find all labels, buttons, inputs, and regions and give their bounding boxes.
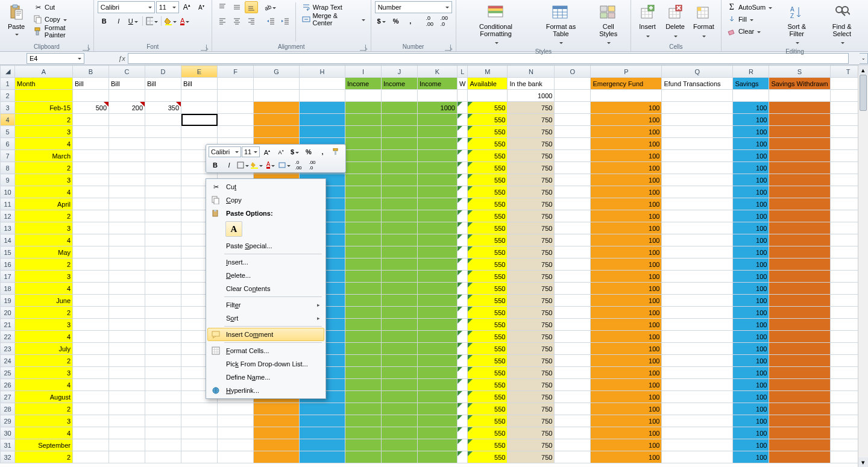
row-header-30[interactable]: 30 bbox=[1, 427, 15, 439]
cell-C13[interactable] bbox=[109, 222, 145, 234]
cell-J19[interactable] bbox=[382, 295, 418, 307]
cell-B3[interactable]: 500 bbox=[73, 102, 109, 114]
cell-A24[interactable]: 2 bbox=[15, 355, 73, 367]
cell-L23[interactable] bbox=[458, 343, 468, 355]
cell-J31[interactable] bbox=[382, 439, 418, 451]
cell-H28[interactable] bbox=[300, 403, 345, 415]
cell-B24[interactable] bbox=[73, 355, 109, 367]
cell-Q1[interactable]: Efund Transactions bbox=[662, 78, 733, 90]
cell-P4[interactable]: 100 bbox=[591, 114, 662, 126]
cell-M14[interactable]: 550 bbox=[468, 234, 508, 246]
cell-B30[interactable] bbox=[73, 427, 109, 439]
cell-O28[interactable] bbox=[555, 403, 591, 415]
cell-F4[interactable] bbox=[218, 114, 254, 126]
cell-L31[interactable] bbox=[458, 439, 468, 451]
cell-F31[interactable] bbox=[218, 439, 254, 451]
cell-M11[interactable]: 550 bbox=[468, 198, 508, 210]
cell-K2[interactable] bbox=[418, 90, 458, 102]
mini-border[interactable] bbox=[236, 159, 250, 171]
cell-O7[interactable] bbox=[555, 150, 591, 162]
cell-O15[interactable] bbox=[555, 246, 591, 259]
cell-S25[interactable] bbox=[769, 367, 830, 379]
ctx-define-name[interactable]: Define Name... bbox=[207, 371, 324, 384]
cell-K3[interactable]: 1000 bbox=[418, 102, 458, 114]
cell-L26[interactable] bbox=[458, 379, 468, 391]
row-header-28[interactable]: 28 bbox=[1, 403, 15, 415]
mini-bold[interactable]: B bbox=[209, 159, 222, 171]
cell-I22[interactable] bbox=[345, 331, 382, 343]
cell-Q27[interactable] bbox=[662, 391, 733, 403]
cell-L28[interactable] bbox=[458, 403, 468, 415]
vertical-scrollbar[interactable]: ▴ ▾ bbox=[858, 65, 868, 467]
col-header-I[interactable]: I bbox=[345, 66, 382, 78]
cell-I11[interactable] bbox=[345, 198, 382, 210]
cell-L17[interactable] bbox=[458, 271, 468, 283]
col-header-R[interactable]: R bbox=[733, 66, 769, 78]
cell-M27[interactable]: 550 bbox=[468, 391, 508, 403]
cell-Q24[interactable] bbox=[662, 355, 733, 367]
cell-J25[interactable] bbox=[382, 367, 418, 379]
mini-fill-color[interactable] bbox=[250, 159, 263, 171]
cell-J13[interactable] bbox=[382, 222, 418, 234]
decrease-decimal-button[interactable]: .00.0 bbox=[438, 15, 451, 27]
col-header-A[interactable]: A bbox=[15, 66, 73, 78]
cell-M1[interactable]: Available bbox=[468, 78, 508, 90]
cell-M24[interactable]: 550 bbox=[468, 355, 508, 367]
cell-P10[interactable]: 100 bbox=[591, 186, 662, 198]
cell-L16[interactable] bbox=[458, 259, 468, 271]
row-header-23[interactable]: 23 bbox=[1, 343, 15, 355]
cell-S16[interactable] bbox=[769, 259, 830, 271]
cell-S18[interactable] bbox=[769, 283, 830, 295]
cell-F28[interactable] bbox=[218, 403, 254, 415]
cell-J22[interactable] bbox=[382, 331, 418, 343]
cell-I2[interactable] bbox=[345, 90, 382, 102]
cell-M25[interactable]: 550 bbox=[468, 367, 508, 379]
cell-R25[interactable]: 100 bbox=[733, 367, 769, 379]
row-header-31[interactable]: 31 bbox=[1, 439, 15, 451]
italic-button[interactable]: I bbox=[112, 15, 125, 27]
cell-Q11[interactable] bbox=[662, 198, 733, 210]
cell-N3[interactable]: 750 bbox=[508, 102, 555, 114]
cell-P9[interactable]: 100 bbox=[591, 174, 662, 186]
cell-M19[interactable]: 550 bbox=[468, 295, 508, 307]
cell-N16[interactable]: 750 bbox=[508, 259, 555, 271]
cell-D3[interactable]: 350 bbox=[145, 102, 181, 114]
cell-E32[interactable] bbox=[181, 451, 218, 463]
bold-button[interactable]: B bbox=[98, 15, 111, 27]
cell-B25[interactable] bbox=[73, 367, 109, 379]
cell-K20[interactable] bbox=[418, 307, 458, 319]
cell-L8[interactable] bbox=[458, 162, 468, 174]
cell-N4[interactable]: 750 bbox=[508, 114, 555, 126]
cell-D7[interactable] bbox=[145, 150, 181, 162]
cell-L29[interactable] bbox=[458, 415, 468, 427]
cell-J29[interactable] bbox=[382, 415, 418, 427]
cell-I1[interactable]: Income bbox=[345, 78, 382, 90]
cell-I28[interactable] bbox=[345, 403, 382, 415]
cell-K18[interactable] bbox=[418, 283, 458, 295]
cell-O18[interactable] bbox=[555, 283, 591, 295]
cell-A1[interactable]: Month bbox=[15, 78, 73, 90]
cell-C18[interactable] bbox=[109, 283, 145, 295]
cell-M3[interactable]: 550 bbox=[468, 102, 508, 114]
cell-Q7[interactable] bbox=[662, 150, 733, 162]
mini-percent[interactable]: % bbox=[302, 146, 315, 158]
mini-shrink-font[interactable]: A▾ bbox=[274, 146, 288, 158]
cell-F1[interactable] bbox=[218, 78, 254, 90]
cell-Q3[interactable] bbox=[662, 102, 733, 114]
format-cells-button[interactable]: Format bbox=[690, 1, 717, 41]
cell-B10[interactable] bbox=[73, 186, 109, 198]
cell-Q28[interactable] bbox=[662, 403, 733, 415]
cell-R7[interactable]: 100 bbox=[733, 150, 769, 162]
ctx-format-cells[interactable]: Format Cells... bbox=[207, 344, 324, 357]
cell-F5[interactable] bbox=[218, 126, 254, 138]
cell-K9[interactable] bbox=[418, 174, 458, 186]
conditional-formatting-button[interactable]: Conditional Formatting bbox=[460, 1, 532, 48]
cell-P24[interactable]: 100 bbox=[591, 355, 662, 367]
cell-B5[interactable] bbox=[73, 126, 109, 138]
cell-C26[interactable] bbox=[109, 379, 145, 391]
row-header-9[interactable]: 9 bbox=[1, 174, 15, 186]
cell-A30[interactable]: 4 bbox=[15, 427, 73, 439]
cell-B16[interactable] bbox=[73, 259, 109, 271]
cell-M9[interactable]: 550 bbox=[468, 174, 508, 186]
cell-D32[interactable] bbox=[145, 451, 181, 463]
